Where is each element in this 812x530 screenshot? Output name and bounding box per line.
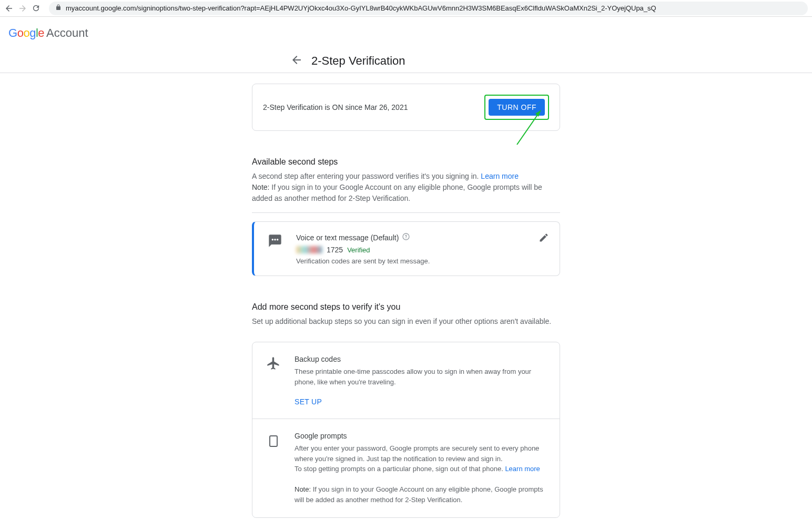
browser-toolbar: myaccount.google.com/signinoptions/two-s…	[0, 0, 812, 17]
turn-off-button[interactable]: TURN OFF	[489, 99, 545, 116]
method-value-row: 1725 Verified	[296, 246, 526, 254]
method-note: Verification codes are sent by text mess…	[296, 257, 526, 265]
annotation-highlight: TURN OFF	[484, 95, 549, 120]
status-text: 2-Step Verification is ON since Mar 26, …	[263, 103, 408, 111]
available-desc: A second step after entering your passwo…	[252, 171, 560, 204]
reload-icon[interactable]	[32, 4, 40, 13]
sms-icon	[267, 232, 283, 248]
lock-icon	[55, 4, 62, 12]
edit-icon[interactable]	[539, 232, 549, 245]
available-title: Available second steps	[252, 157, 560, 167]
phone-suffix: 1725	[327, 246, 343, 254]
available-section: Available second steps A second step aft…	[252, 157, 560, 276]
method-card: Voice or text message (Default) 1725 Ver…	[252, 221, 560, 276]
more-steps-card: Backup codes These printable one-time pa…	[252, 342, 560, 518]
svg-point-1	[274, 239, 276, 241]
backup-codes-item: Backup codes These printable one-time pa…	[252, 342, 560, 419]
google-logo: Google	[8, 26, 44, 40]
learn-more-link[interactable]: Learn more	[481, 172, 519, 180]
forward-icon[interactable]	[18, 4, 27, 13]
prompts-desc: After you enter your password, Google pr…	[295, 443, 547, 505]
add-more-desc: Set up additional backup steps so you ca…	[252, 316, 560, 327]
backup-desc: These printable one-time passcodes allow…	[295, 366, 547, 387]
account-label: Account	[46, 26, 88, 40]
back-arrow-icon[interactable]	[290, 54, 303, 68]
airplane-icon	[265, 355, 282, 371]
prompts-title: Google prompts	[295, 432, 547, 440]
backup-title: Backup codes	[295, 355, 547, 363]
divider	[252, 212, 560, 213]
svg-point-2	[277, 239, 279, 241]
page-title: 2-Step Verification	[311, 54, 405, 68]
phone-blurred	[296, 246, 322, 253]
google-prompts-item: Google prompts After you enter your pass…	[252, 419, 560, 517]
add-more-title: Add more second steps to verify it's you	[252, 302, 560, 312]
setup-button[interactable]: SET UP	[295, 398, 547, 406]
add-more-section: Add more second steps to verify it's you…	[252, 302, 560, 518]
content-column: 2-Step Verification is ON since Mar 26, …	[252, 73, 560, 518]
page-title-row: 2-Step Verification	[0, 49, 812, 73]
app-header: Google Account	[0, 17, 812, 49]
method-title: Voice or text message (Default)	[296, 232, 526, 242]
verified-badge: Verified	[347, 246, 370, 254]
svg-point-0	[272, 239, 274, 241]
note-label: Note:	[252, 183, 269, 191]
help-icon[interactable]	[402, 232, 410, 242]
prompts-learn-more-link[interactable]: Learn more	[505, 465, 540, 473]
back-icon[interactable]	[4, 4, 14, 13]
phone-icon	[265, 432, 282, 450]
url-text: myaccount.google.com/signinoptions/two-s…	[66, 4, 656, 12]
address-bar[interactable]: myaccount.google.com/signinoptions/two-s…	[49, 2, 808, 15]
status-card: 2-Step Verification is ON since Mar 26, …	[252, 84, 560, 131]
prompts-note-label: Note:	[295, 485, 311, 493]
